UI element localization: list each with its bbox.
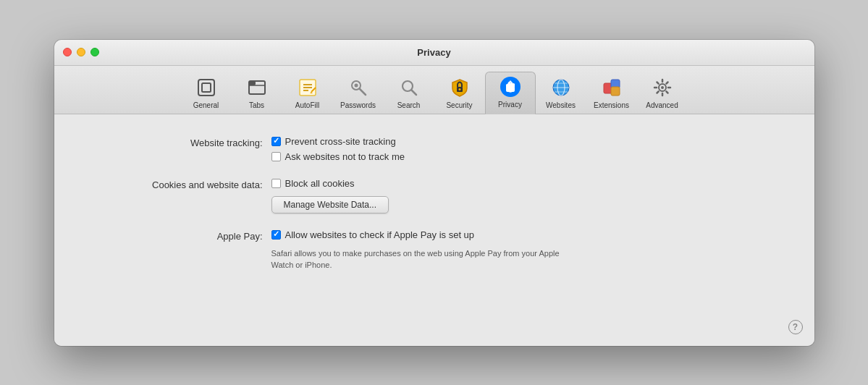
tab-privacy-label: Privacy bbox=[498, 101, 522, 109]
allow-apple-pay-label: Allow websites to check if Apple Pay is … bbox=[285, 229, 475, 240]
ask-not-track-row: Ask websites not to track me bbox=[271, 151, 405, 162]
cookies-label: Cookies and website data: bbox=[83, 178, 271, 190]
privacy-icon bbox=[499, 75, 522, 98]
title-bar: Privacy bbox=[54, 40, 814, 66]
tab-advanced-label: Advanced bbox=[646, 101, 678, 109]
website-tracking-row: Website tracking: Prevent cross-site tra… bbox=[83, 136, 785, 162]
prevent-tracking-checkbox[interactable] bbox=[271, 137, 281, 146]
tab-search[interactable]: Search bbox=[384, 73, 434, 114]
tab-search-label: Search bbox=[397, 101, 421, 109]
tab-general[interactable]: General bbox=[181, 73, 232, 114]
general-icon bbox=[195, 76, 218, 99]
close-button[interactable] bbox=[63, 48, 72, 56]
svg-line-12 bbox=[359, 88, 366, 95]
svg-rect-20 bbox=[510, 82, 513, 88]
svg-line-38 bbox=[657, 82, 658, 83]
svg-rect-1 bbox=[202, 83, 211, 92]
tabs-icon bbox=[245, 76, 269, 99]
svg-point-17 bbox=[458, 88, 460, 90]
ask-not-track-label: Ask websites not to track me bbox=[285, 151, 405, 162]
apple-pay-controls: Allow websites to check if Apple Pay is … bbox=[271, 229, 561, 271]
autofill-icon bbox=[296, 76, 319, 99]
svg-point-33 bbox=[661, 86, 664, 89]
tab-websites-label: Websites bbox=[546, 101, 576, 109]
tab-tabs[interactable]: Tabs bbox=[232, 73, 282, 114]
tab-general-label: General bbox=[193, 101, 219, 109]
security-icon bbox=[448, 76, 471, 99]
svg-rect-19 bbox=[508, 82, 510, 88]
svg-rect-3 bbox=[249, 81, 256, 85]
minimize-button[interactable] bbox=[77, 48, 85, 56]
tab-security[interactable]: Security bbox=[434, 73, 485, 114]
svg-line-15 bbox=[411, 90, 416, 95]
tab-extensions-label: Extensions bbox=[594, 101, 629, 109]
prevent-tracking-label: Prevent cross-site tracking bbox=[285, 136, 396, 147]
tab-tabs-label: Tabs bbox=[249, 101, 264, 109]
toolbar: General Tabs bbox=[54, 66, 814, 114]
allow-apple-pay-checkbox[interactable] bbox=[271, 230, 281, 240]
svg-line-41 bbox=[657, 91, 658, 93]
maximize-button[interactable] bbox=[90, 48, 99, 56]
block-cookies-label: Block all cookies bbox=[285, 178, 355, 189]
apple-pay-label: Apple Pay: bbox=[83, 229, 271, 242]
allow-apple-pay-row: Allow websites to check if Apple Pay is … bbox=[271, 229, 561, 240]
prevent-tracking-row: Prevent cross-site tracking bbox=[271, 136, 405, 147]
passwords-icon bbox=[347, 76, 370, 99]
manage-website-data-button[interactable]: Manage Website Data... bbox=[271, 196, 389, 213]
svg-line-39 bbox=[666, 91, 667, 93]
tab-extensions[interactable]: Extensions bbox=[586, 73, 637, 114]
apple-pay-row: Apple Pay: Allow websites to check if Ap… bbox=[83, 229, 785, 271]
tab-autofill-label: AutoFill bbox=[295, 101, 319, 109]
tab-security-label: Security bbox=[446, 101, 472, 109]
extensions-icon bbox=[600, 76, 623, 99]
svg-line-40 bbox=[666, 82, 667, 83]
website-tracking-controls: Prevent cross-site tracking Ask websites… bbox=[271, 136, 405, 162]
svg-point-13 bbox=[354, 83, 358, 87]
help-button[interactable]: ? bbox=[788, 320, 803, 334]
cookies-row: Cookies and website data: Block all cook… bbox=[83, 178, 785, 213]
ask-not-track-checkbox[interactable] bbox=[271, 152, 281, 161]
traffic-lights bbox=[63, 48, 99, 56]
window-title: Privacy bbox=[417, 47, 450, 58]
advanced-icon bbox=[651, 76, 674, 99]
svg-rect-0 bbox=[198, 80, 214, 96]
content-area: Website tracking: Prevent cross-site tra… bbox=[54, 114, 814, 346]
apple-pay-description: Safari allows you to make purchases on t… bbox=[271, 248, 561, 271]
tab-advanced[interactable]: Advanced bbox=[637, 73, 688, 114]
tab-passwords-label: Passwords bbox=[340, 101, 376, 109]
svg-rect-31 bbox=[611, 87, 620, 96]
preferences-window: Privacy General Tabs bbox=[54, 40, 814, 346]
websites-icon bbox=[549, 76, 573, 99]
block-cookies-checkbox[interactable] bbox=[271, 179, 281, 188]
svg-rect-23 bbox=[506, 87, 515, 92]
website-tracking-label: Website tracking: bbox=[83, 136, 271, 148]
tab-passwords[interactable]: Passwords bbox=[333, 73, 384, 114]
block-cookies-row: Block all cookies bbox=[271, 178, 389, 189]
tab-privacy[interactable]: Privacy bbox=[485, 72, 536, 114]
cookies-controls: Block all cookies Manage Website Data... bbox=[271, 178, 389, 213]
tab-autofill[interactable]: AutoFill bbox=[282, 73, 333, 114]
search-icon bbox=[397, 76, 421, 99]
tab-websites[interactable]: Websites bbox=[536, 73, 586, 114]
